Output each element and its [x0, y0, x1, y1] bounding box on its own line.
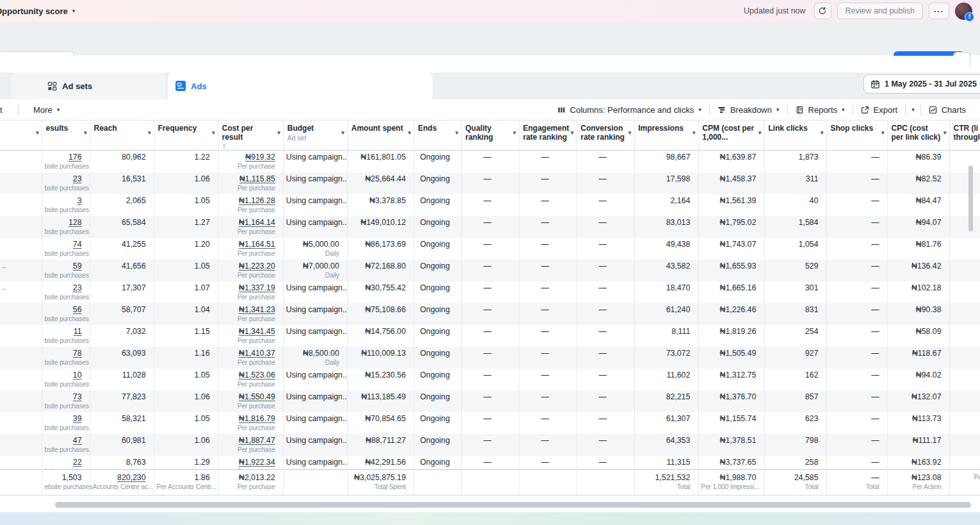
- metric-link[interactable]: 176: [45, 153, 82, 162]
- metric-link[interactable]: ₦1,887.47: [221, 436, 275, 446]
- column-header-frequency[interactable]: Frequency▾: [154, 121, 218, 151]
- metric-link[interactable]: ₦1,922.34: [221, 458, 275, 467]
- opportunity-score-menu[interactable]: Opportunity score ▾: [0, 0, 141, 22]
- metric-link[interactable]: ₦1,115.85: [221, 174, 275, 184]
- column-header-impressions[interactable]: Impressions▾: [634, 121, 698, 151]
- metric-link[interactable]: 59: [45, 262, 82, 271]
- column-header-shop_clicks[interactable]: Shop clicks▾: [826, 121, 887, 151]
- refresh-button[interactable]: [814, 3, 831, 19]
- metric-link[interactable]: ₦1,337.19: [221, 283, 275, 293]
- table-body-viewport[interactable]: 176bsite purchases80,9621.22₦919.32Per p…: [0, 151, 980, 469]
- column-menu-caret-icon[interactable]: ▾: [758, 129, 762, 136]
- column-header-amount_spent[interactable]: Amount spent▾: [347, 121, 414, 151]
- column-header-reach[interactable]: Reach▾: [90, 121, 154, 151]
- metric-link[interactable]: ₦1,341.45: [221, 327, 275, 337]
- column-header-stub[interactable]: ▾: [0, 121, 42, 151]
- column-menu-caret-icon[interactable]: ▾: [571, 129, 574, 136]
- export-button[interactable]: Export: [853, 99, 906, 120]
- column-header-budget[interactable]: BudgetAd set▾: [283, 121, 347, 151]
- table-row[interactable]: 11bsite purchases7,0321.15₦1,341.45Per p…: [0, 325, 980, 347]
- table-row[interactable]: ..23bsite purchases17,3071.07₦1,337.19Pe…: [0, 281, 980, 303]
- tab-ad-sets[interactable]: Ad sets: [12, 72, 165, 99]
- metric-link[interactable]: 23: [45, 174, 82, 184]
- column-menu-caret-icon[interactable]: ▾: [36, 129, 39, 136]
- metric-link[interactable]: 128: [45, 218, 82, 228]
- column-menu-caret-icon[interactable]: ▾: [84, 129, 87, 136]
- table-row[interactable]: 22bsite purchases8,7631.29₦1,922.34Per p…: [0, 456, 980, 469]
- table-row[interactable]: 128bsite purchases65,5841.27₦1,164.14Per…: [0, 216, 980, 238]
- charts-button[interactable]: Charts: [921, 99, 974, 120]
- review-and-publish-button[interactable]: Review and publish: [837, 3, 923, 19]
- metric-link[interactable]: 820,230: [93, 473, 146, 483]
- metric-link[interactable]: 10: [45, 371, 82, 380]
- columns-menu-button[interactable]: Columns: Performance and clicks ▾: [550, 99, 709, 120]
- table-row[interactable]: 10bsite purchases11,0281.05₦1,523.06Per …: [0, 369, 980, 390]
- metric-link[interactable]: ₦1,550.49: [221, 392, 275, 402]
- metric-link[interactable]: 73: [45, 392, 82, 402]
- clipped-edit-button-fragment[interactable]: t: [0, 105, 4, 115]
- column-menu-caret-icon[interactable]: ▾: [821, 129, 824, 136]
- metric-link[interactable]: ₦1,410.37: [221, 349, 275, 358]
- metric-link[interactable]: 39: [45, 414, 82, 424]
- metric-link[interactable]: 74: [45, 240, 82, 249]
- vertical-scrollbar-thumb[interactable]: [968, 165, 973, 231]
- table-row[interactable]: 78bsite purchases63,0931.16₦1,410.37Per …: [0, 347, 980, 369]
- cell-link_clicks: 857: [764, 390, 826, 412]
- table-row[interactable]: 23bsite purchases16,5311.06₦1,115.85Per …: [0, 172, 980, 194]
- column-menu-caret-icon[interactable]: ▾: [148, 129, 151, 136]
- column-header-cost_per_result[interactable]: Cost per result↑▾: [218, 121, 283, 151]
- metric-link[interactable]: ₦1,164.14: [221, 218, 275, 228]
- table-row[interactable]: 39bsite purchases58,3211.05₦1,816.79Per …: [0, 412, 980, 434]
- metric-link[interactable]: ₦1,126.28: [221, 196, 275, 206]
- metric-link[interactable]: ₦1,816.79: [221, 414, 275, 424]
- avatar[interactable]: f: [955, 3, 972, 20]
- metric-link[interactable]: ₦1,223.20: [221, 262, 275, 271]
- metric-link[interactable]: 3: [45, 196, 82, 206]
- column-menu-caret-icon[interactable]: ▾: [212, 129, 215, 136]
- column-menu-caret-icon[interactable]: ▾: [277, 129, 281, 136]
- column-header-link_clicks[interactable]: Link clicks▾: [764, 121, 826, 151]
- table-row[interactable]: 74bsite purchases41,2551.20₦1,164.51Per …: [0, 238, 980, 260]
- table-row[interactable]: 73bsite purchases77,8231.06₦1,550.49Per …: [0, 390, 980, 412]
- table-row[interactable]: 176bsite purchases80,9621.22₦919.32Per p…: [0, 151, 980, 172]
- table-row[interactable]: 3bsite purchases2,0651.05₦1,126.28Per pu…: [0, 194, 980, 216]
- metric-link[interactable]: 47: [45, 436, 82, 446]
- metric-link[interactable]: ₦919.32: [221, 153, 275, 162]
- tab-ads-active[interactable]: Ads: [168, 72, 432, 99]
- metric-link[interactable]: 22: [45, 458, 82, 467]
- date-range-picker[interactable]: 1 May 2025 - 31 Jul 2025 ▾: [863, 74, 980, 94]
- metric-link[interactable]: ₦1,523.06: [221, 371, 275, 380]
- breakdown-menu-button[interactable]: Breakdown ▾: [710, 99, 787, 120]
- table-row[interactable]: 47bsite purchases60,9811.06₦1,887.47Per …: [0, 434, 980, 456]
- column-header-ctr[interactable]: CTR (lithrougl: [949, 121, 980, 151]
- table-row[interactable]: 56bsite purchases58,7071.04₦1,341.23Per …: [0, 303, 980, 325]
- column-header-conversion[interactable]: Conversion rate ranking▾: [576, 121, 634, 151]
- export-options-caret-button[interactable]: ▾: [906, 99, 920, 120]
- column-menu-caret-icon[interactable]: ▾: [408, 129, 411, 136]
- column-header-results[interactable]: esults▾: [42, 121, 90, 151]
- column-menu-caret-icon[interactable]: ▾: [628, 129, 632, 136]
- column-header-ends[interactable]: Ends▾: [414, 121, 461, 151]
- column-header-cpm[interactable]: CPM (cost per 1,000...▾: [698, 121, 764, 151]
- column-menu-caret-icon[interactable]: ▾: [341, 129, 345, 136]
- metric-link[interactable]: 56: [45, 305, 82, 315]
- column-header-cpc[interactable]: CPC (cost per link click)▾: [887, 121, 949, 151]
- horizontal-scrollbar-thumb[interactable]: [55, 502, 971, 508]
- more-options-button[interactable]: ···: [929, 3, 949, 19]
- table-row[interactable]: ..59bsite purchases41,6561.05₦1,223.20Pe…: [0, 260, 980, 281]
- metric-link[interactable]: 11: [45, 327, 82, 337]
- column-header-engagement[interactable]: Engagement rate ranking▾: [519, 121, 576, 151]
- column-menu-caret-icon[interactable]: ▾: [513, 129, 516, 136]
- metric-link[interactable]: ₦1,164.51: [221, 240, 275, 249]
- metric-link[interactable]: 78: [45, 349, 82, 358]
- metric-link[interactable]: ₦1,341.23: [221, 305, 275, 315]
- column-menu-caret-icon[interactable]: ▾: [881, 129, 885, 136]
- column-header-quality[interactable]: Quality ranking▾: [461, 121, 519, 151]
- metric-link[interactable]: 23: [45, 283, 82, 293]
- reports-menu-button[interactable]: Reports ▾: [788, 99, 853, 120]
- column-menu-caret-icon[interactable]: ▾: [943, 129, 947, 136]
- more-menu-button[interactable]: More ▾: [26, 99, 67, 120]
- column-menu-caret-icon[interactable]: ▾: [692, 129, 696, 136]
- column-menu-caret-icon[interactable]: ▾: [455, 129, 459, 136]
- cell-ends: Ongoing: [414, 281, 461, 303]
